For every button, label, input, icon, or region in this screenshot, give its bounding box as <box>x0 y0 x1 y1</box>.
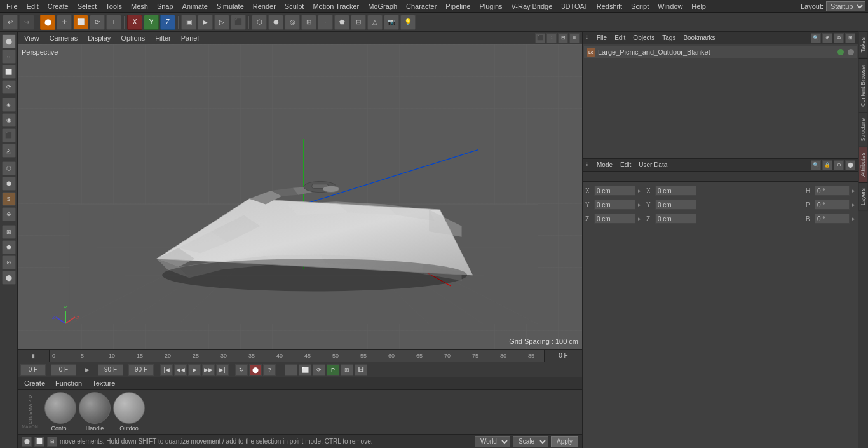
scale-dropdown[interactable]: Scale <box>513 436 548 447</box>
coord-z-val2[interactable]: 0 cm <box>655 214 696 224</box>
viewport-icon-1[interactable]: ⬛ <box>535 33 545 43</box>
sidebar-tool-6[interactable]: ◉ <box>2 113 16 127</box>
side-tab-takes[interactable]: Takes <box>858 32 868 58</box>
attr-search-icon[interactable]: 🔍 <box>811 160 821 170</box>
axis-x-button[interactable]: X <box>127 15 142 30</box>
menu-help[interactable]: Help <box>688 1 710 11</box>
menu-select[interactable]: Select <box>74 1 101 11</box>
obj-icon-2[interactable]: ⊕ <box>822 33 832 43</box>
next-frame-button[interactable]: ▶▶ <box>202 364 215 376</box>
coord-x-val1[interactable]: 0 cm <box>594 186 635 196</box>
menu-animate[interactable]: Animate <box>179 1 212 11</box>
side-tab-structure[interactable]: Structure <box>858 112 868 147</box>
snap2-button[interactable]: ⬣ <box>268 15 283 30</box>
sidebar-tool-5[interactable]: ◈ <box>2 98 16 112</box>
viewport-menu-display[interactable]: Display <box>84 33 114 43</box>
grid-tool-btn[interactable]: ⊞ <box>341 364 353 376</box>
menu-render[interactable]: Render <box>249 1 280 11</box>
rotate-tool-btn[interactable]: ⟳ <box>313 364 325 376</box>
menu-sculpt[interactable]: Sculpt <box>281 1 308 11</box>
snap3-button[interactable]: ◎ <box>285 15 300 30</box>
menu-edit[interactable]: Edit <box>23 1 43 11</box>
attr-icon-3[interactable]: ⊕ <box>834 160 844 170</box>
prev-frame-button[interactable]: ◀◀ <box>174 364 187 376</box>
obj-icon-4[interactable]: ⊞ <box>845 33 855 43</box>
viewport-icon-4[interactable]: ≡ <box>569 33 580 43</box>
grid-button[interactable]: ⊟ <box>351 15 366 30</box>
cube-button[interactable]: ▣ <box>181 15 196 30</box>
sidebar-tool-16[interactable]: ⬤ <box>2 271 16 285</box>
keyframe-button[interactable]: ? <box>263 364 276 376</box>
viewport-icon-2[interactable]: ↕ <box>546 33 557 43</box>
render3-button[interactable]: ⬛ <box>231 15 246 30</box>
menu-snap[interactable]: Snap <box>153 1 177 11</box>
material-contour[interactable]: Contou <box>44 392 76 431</box>
coord-y-val1[interactable]: 0 cm <box>594 200 635 210</box>
side-tab-attributes[interactable]: Attributes <box>858 147 868 182</box>
sidebar-tool-12[interactable]: ⊗ <box>2 207 16 221</box>
menu-create[interactable]: Create <box>44 1 72 11</box>
axis-y-button[interactable]: Y <box>144 15 159 30</box>
material-handle[interactable]: Handle <box>79 392 111 431</box>
attr-menu-mode[interactable]: Mode <box>594 160 615 170</box>
play-fw-button[interactable]: P <box>327 364 339 376</box>
menu-3dtoall[interactable]: 3DTOAll <box>557 1 591 11</box>
obj-menu-edit[interactable]: Edit <box>612 33 628 43</box>
playback-end-frame[interactable]: 90 F <box>98 364 123 376</box>
menu-pipeline[interactable]: Pipeline <box>442 1 474 11</box>
undo-button[interactable]: ↩ <box>3 15 18 30</box>
menu-tools[interactable]: Tools <box>102 1 126 11</box>
viewport-menu-panel[interactable]: Panel <box>177 33 203 43</box>
mode-scale-button[interactable]: ⬜ <box>73 15 88 30</box>
redo-button[interactable]: ↪ <box>19 15 34 30</box>
viewport-menu-cameras[interactable]: Cameras <box>46 33 82 43</box>
lattice-button[interactable]: ⬟ <box>334 15 349 30</box>
axis-z-button[interactable]: Z <box>160 15 175 30</box>
material-menu-function[interactable]: Function <box>51 378 86 388</box>
obj-visibility-dot-2[interactable] <box>848 49 854 55</box>
camera-button[interactable]: 📷 <box>384 15 399 30</box>
viewport[interactable]: Perspective <box>18 44 582 349</box>
render-button[interactable]: ▶ <box>198 15 213 30</box>
sidebar-tool-7[interactable]: ⬛ <box>2 128 16 142</box>
sidebar-tool-3[interactable]: ⬜ <box>2 65 16 79</box>
menu-vray[interactable]: V-Ray Bridge <box>508 1 557 11</box>
menu-simulate[interactable]: Simulate <box>213 1 248 11</box>
menu-mesh[interactable]: Mesh <box>127 1 152 11</box>
playback-start-frame[interactable]: 0 F <box>20 364 46 376</box>
light-button[interactable]: 💡 <box>400 15 416 30</box>
attr-lock-icon[interactable]: 🔒 <box>822 160 832 170</box>
material-menu-texture[interactable]: Texture <box>88 378 119 388</box>
viewport-menu-options[interactable]: Options <box>117 33 149 43</box>
mode-rotate-button[interactable]: ⟳ <box>90 15 105 30</box>
obj-search-icon[interactable]: 🔍 <box>811 33 821 43</box>
menu-plugins[interactable]: Plugins <box>475 1 506 11</box>
side-tab-content-browser[interactable]: Content Browser <box>858 58 868 112</box>
obj-menu-tags[interactable]: Tags <box>660 33 678 43</box>
viewport-menu-view[interactable]: View <box>20 33 43 43</box>
mode-transform-button[interactable]: + <box>106 15 121 30</box>
attr-menu-userdata[interactable]: User Data <box>636 160 670 170</box>
playback-end-frame2[interactable]: 90 F <box>128 364 154 376</box>
sidebar-tool-9[interactable]: ⬡ <box>2 161 16 175</box>
menu-mograph[interactable]: MoGraph <box>364 1 401 11</box>
side-tab-layers[interactable]: Layers <box>858 182 868 211</box>
obj-icon-3[interactable]: ⊗ <box>834 33 844 43</box>
render2-button[interactable]: ▷ <box>214 15 229 30</box>
viewport-menu-filter[interactable]: Filter <box>151 33 174 43</box>
loop-button[interactable]: ↻ <box>235 364 248 376</box>
sidebar-tool-11[interactable]: S <box>2 192 16 206</box>
sidebar-tool-1[interactable]: ⬤ <box>2 34 16 48</box>
sidebar-tool-4[interactable]: ⟳ <box>2 80 16 94</box>
viewport-icon-3[interactable]: ⊟ <box>558 33 568 43</box>
coord-x-val2[interactable]: 0 cm <box>655 186 696 196</box>
menu-file[interactable]: File <box>3 1 22 11</box>
menu-character[interactable]: Character <box>402 1 440 11</box>
playback-current-frame[interactable]: 0 F <box>51 364 76 376</box>
mode-select-button[interactable]: ⬤ <box>40 15 55 30</box>
coord-h-val[interactable]: 0 ° <box>815 186 850 196</box>
timeline-ruler[interactable]: 0 5 10 15 20 25 30 35 40 45 50 55 60 65 … <box>50 350 544 362</box>
play-button[interactable]: ▶ <box>188 364 201 376</box>
sidebar-tool-10[interactable]: ⬢ <box>2 177 16 191</box>
record-button[interactable]: ⬤ <box>249 364 262 376</box>
